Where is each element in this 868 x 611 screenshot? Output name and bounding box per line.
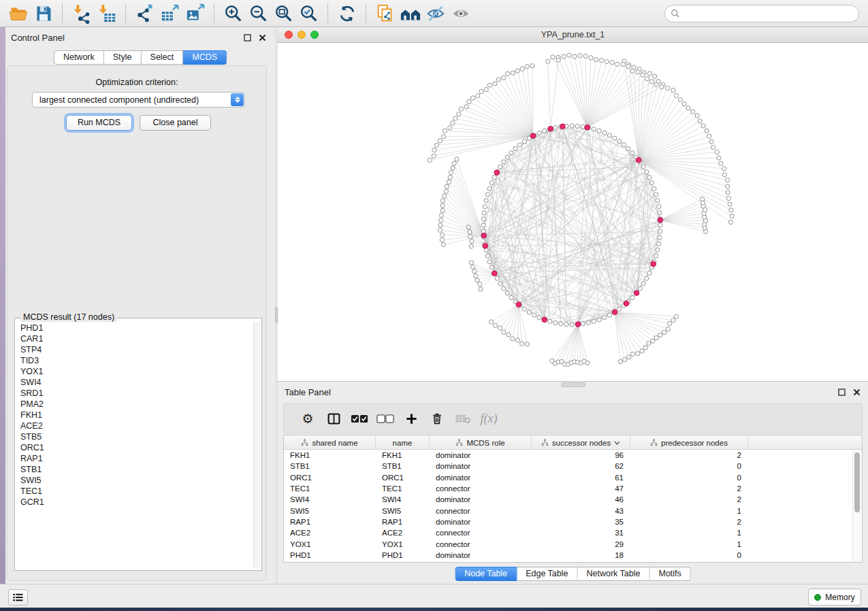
graph-node[interactable]: [455, 157, 459, 161]
graph-node[interactable]: [505, 71, 509, 76]
scrollbar-thumb[interactable]: [854, 452, 860, 512]
network-window-titlebar[interactable]: YPA_prune.txt_1: [278, 27, 868, 43]
graph-node[interactable]: [459, 107, 463, 111]
graph-hub-node[interactable]: [481, 233, 487, 239]
list-item[interactable]: ORC1: [20, 442, 253, 453]
graph-node[interactable]: [654, 82, 658, 86]
list-item[interactable]: GCR1: [20, 497, 253, 508]
column-header-successor-nodes[interactable]: successor nodes: [532, 435, 630, 450]
graph-hub-node[interactable]: [651, 261, 656, 267]
hide-selected-icon[interactable]: [423, 3, 448, 24]
graph-node[interactable]: [630, 295, 634, 299]
graph-node[interactable]: [451, 121, 455, 125]
list-item[interactable]: STB5: [20, 431, 253, 442]
zoom-out-icon[interactable]: [246, 3, 271, 24]
graph-node[interactable]: [701, 197, 705, 201]
graph-node[interactable]: [502, 160, 506, 164]
list-item[interactable]: SWI5: [20, 475, 253, 486]
graph-node[interactable]: [440, 238, 444, 242]
graph-node[interactable]: [438, 228, 442, 232]
graph-node[interactable]: [487, 186, 492, 191]
graph-node[interactable]: [674, 314, 678, 318]
graph-node[interactable]: [440, 233, 445, 237]
graph-node[interactable]: [652, 186, 656, 191]
graph-hub-node[interactable]: [634, 291, 639, 296]
graph-node[interactable]: [621, 62, 625, 66]
graph-node[interactable]: [641, 282, 645, 286]
graph-node[interactable]: [636, 70, 640, 74]
graph-node[interactable]: [674, 93, 678, 97]
graph-node[interactable]: [469, 244, 473, 248]
add-column-icon[interactable]: [398, 408, 424, 429]
memory-button[interactable]: Memory: [808, 589, 861, 606]
graph-node[interactable]: [502, 330, 506, 334]
deselect-all-rows-icon[interactable]: [372, 408, 398, 429]
graph-node[interactable]: [505, 155, 509, 159]
refresh-view-icon[interactable]: [334, 3, 359, 24]
table-row[interactable]: YOX1YOX1connector291: [284, 538, 853, 549]
graph-node[interactable]: [711, 146, 716, 150]
graph-node[interactable]: [730, 214, 734, 218]
graph-node[interactable]: [522, 139, 526, 144]
graph-node[interactable]: [481, 223, 485, 227]
graph-hub-node[interactable]: [542, 317, 547, 323]
graph-node[interactable]: [645, 76, 649, 80]
graph-hub-node[interactable]: [483, 244, 488, 249]
list-item[interactable]: CAR1: [20, 333, 253, 344]
graph-node[interactable]: [515, 338, 519, 342]
graph-node[interactable]: [438, 223, 443, 227]
graph-node[interactable]: [717, 156, 721, 160]
graph-node[interactable]: [597, 318, 601, 322]
graph-node[interactable]: [597, 129, 601, 133]
graph-node[interactable]: [444, 189, 448, 193]
graph-node[interactable]: [502, 76, 506, 80]
graph-hub-node[interactable]: [516, 302, 521, 308]
table-settings-icon[interactable]: ⚙: [295, 408, 321, 429]
graph-node[interactable]: [505, 291, 509, 295]
select-all-rows-icon[interactable]: [347, 408, 372, 429]
graph-node[interactable]: [641, 165, 645, 169]
graph-node[interactable]: [448, 176, 452, 180]
graph-node[interactable]: [449, 171, 453, 175]
graph-node[interactable]: [493, 323, 497, 327]
graph-node[interactable]: [495, 276, 499, 280]
graph-hub-node[interactable]: [492, 271, 498, 276]
zoom-in-icon[interactable]: [221, 3, 246, 24]
first-neighbors-icon[interactable]: [398, 3, 423, 24]
graph-node[interactable]: [658, 333, 662, 337]
graph-node[interactable]: [570, 124, 574, 128]
graph-node[interactable]: [439, 218, 443, 222]
graph-node[interactable]: [701, 124, 705, 128]
graph-node[interactable]: [726, 191, 730, 195]
graph-node[interactable]: [470, 265, 475, 269]
export-image-icon[interactable]: [182, 3, 208, 24]
graph-hub-node[interactable]: [530, 133, 536, 139]
graph-node[interactable]: [527, 310, 531, 314]
export-network-icon[interactable]: [132, 3, 157, 24]
graph-node[interactable]: [498, 326, 502, 330]
graph-node[interactable]: [660, 85, 664, 89]
graph-node[interactable]: [556, 58, 560, 62]
close-panel-icon[interactable]: [258, 33, 267, 42]
graph-node[interactable]: [630, 69, 634, 73]
tab-mcds[interactable]: MCDS: [183, 50, 227, 65]
graph-node[interactable]: [428, 158, 432, 162]
graph-node[interactable]: [728, 220, 733, 225]
graph-node[interactable]: [440, 199, 445, 203]
graph-node[interactable]: [626, 146, 630, 150]
graph-node[interactable]: [532, 313, 536, 317]
graph-node[interactable]: [695, 114, 699, 118]
graph-node[interactable]: [643, 346, 647, 350]
tab-network[interactable]: Network: [54, 50, 104, 65]
graph-node[interactable]: [484, 199, 488, 203]
graph-node[interactable]: [511, 71, 515, 75]
graph-node[interactable]: [469, 261, 473, 265]
graph-node[interactable]: [537, 316, 541, 320]
delete-column-icon[interactable]: [424, 408, 450, 429]
graph-node[interactable]: [607, 313, 611, 317]
table-row[interactable]: ORC1ORC1dominator610: [284, 472, 853, 483]
graph-node[interactable]: [487, 83, 492, 87]
graph-node[interactable]: [622, 143, 626, 147]
graph-hub-node[interactable]: [636, 157, 641, 163]
graph-node[interactable]: [578, 54, 582, 58]
